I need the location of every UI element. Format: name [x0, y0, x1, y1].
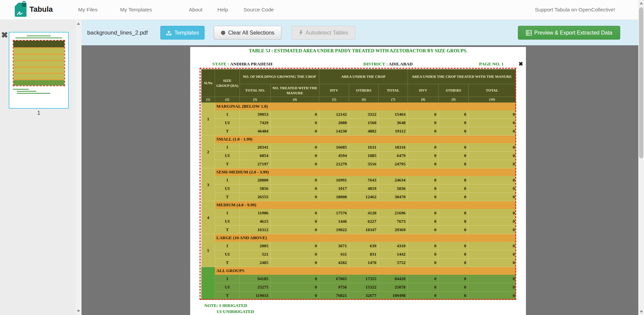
autodetect-label: Autodetect Tables	[306, 30, 348, 36]
thumbnail-table	[13, 40, 65, 86]
clear-label: Clear All Selections	[228, 30, 274, 36]
nav-source-code[interactable]: Source Code	[244, 7, 274, 13]
page-no-label: PAGE NO. 1	[479, 61, 504, 67]
state-line: STATE : ANDHRA PRADESH	[212, 61, 272, 67]
templates-label: Templates	[174, 30, 199, 36]
note-line-2: UI-UNIRRIGATED	[217, 309, 254, 314]
scroll-down-icon[interactable]	[640, 311, 643, 313]
remove-circle-icon: ⊗	[221, 30, 225, 36]
scroll-up-icon[interactable]	[640, 2, 643, 4]
clear-all-selections-button[interactable]: ⊗ Clear All Selections	[214, 26, 281, 40]
filename-label: background_lines_2.pdf	[87, 30, 148, 36]
nav-my-files[interactable]: My Files	[78, 7, 98, 13]
table-grid-icon	[526, 30, 532, 36]
pdf-swirl-icon	[16, 9, 23, 16]
nav-about[interactable]: About	[189, 7, 203, 13]
templates-button[interactable]: Templates	[160, 26, 205, 40]
thumb-note-line	[17, 91, 36, 92]
window-scrollbar[interactable]	[638, 0, 644, 315]
scroll-up-icon[interactable]	[77, 22, 80, 25]
table-selection-box[interactable]	[200, 68, 516, 300]
page-number-label[interactable]: 1	[9, 110, 69, 116]
page-fold-icon	[15, 3, 18, 6]
preview-label: Preview & Export Extracted Data	[534, 30, 612, 36]
preview-export-button[interactable]: Preview & Export Extracted Data	[518, 26, 620, 40]
scroll-down-icon[interactable]	[77, 310, 80, 312]
navbar: Tabula My Files My Templates About Help …	[0, 0, 644, 20]
nav-help[interactable]: Help	[217, 7, 228, 13]
district-line: DISTRICT : ADILABAD	[363, 61, 413, 67]
brand-title[interactable]: Tabula	[30, 5, 53, 14]
lightning-icon	[299, 30, 303, 36]
support-link[interactable]: Support Tabula on OpenCollective!	[535, 7, 615, 13]
sidebar-scrollbar[interactable]	[76, 20, 82, 315]
template-upload-icon	[166, 30, 172, 36]
delete-selection-icon[interactable]: ✖	[519, 61, 523, 67]
thumb-subtitle-line	[15, 38, 62, 38]
autodetect-tables-button[interactable]: Autodetect Tables	[291, 26, 356, 40]
scrollbar-thumb[interactable]	[639, 7, 643, 158]
nav-my-templates[interactable]: My Templates	[120, 7, 152, 13]
tabula-logo-icon[interactable]	[15, 3, 26, 17]
page-thumbnail[interactable]	[9, 32, 69, 109]
note-line-1: NOTE: I-IRRIGATED	[204, 303, 247, 308]
thumb-note-line	[13, 89, 29, 90]
thumb-title-line	[27, 36, 51, 36]
document-title: TABLE 5J : ESTIMATED AREA UNDER PADDY TR…	[190, 48, 526, 54]
thumb-note-line	[17, 93, 50, 94]
remove-page-icon[interactable]: ✖	[1, 31, 8, 39]
